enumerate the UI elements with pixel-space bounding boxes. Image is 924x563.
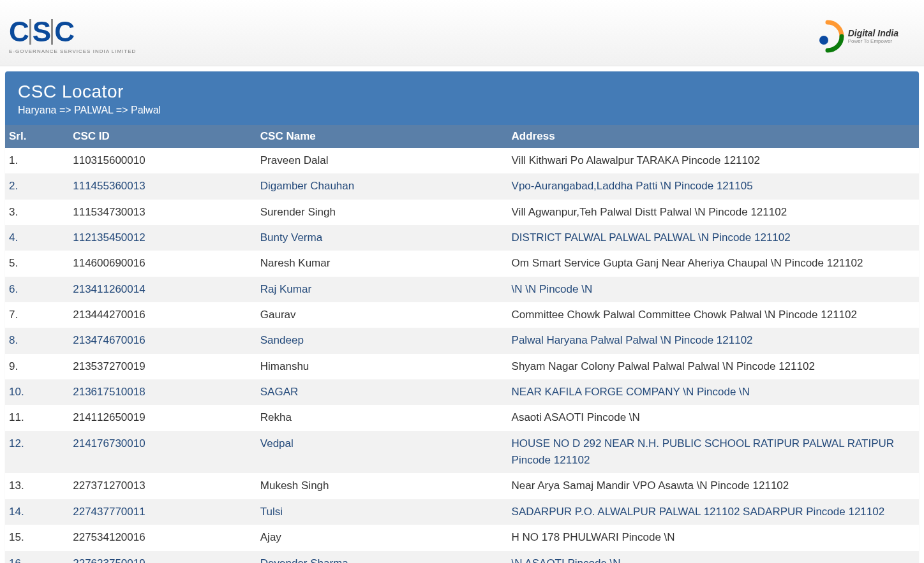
csc-table: Srl. CSC ID CSC Name Address 1.110315600… <box>5 125 919 563</box>
cell-srl: 15. <box>5 525 69 550</box>
cell-csc_id: 227437770011 <box>69 499 257 525</box>
cell-csc_id: 213537270019 <box>69 354 257 379</box>
digital-india-logo: Digital India Power To Empower <box>811 20 898 53</box>
cell-csc_id: 227371270013 <box>69 473 257 499</box>
cell-csc_name: Tulsi <box>257 499 508 525</box>
cell-srl: 12. <box>5 431 69 474</box>
table-row: 15.227534120016AjayH NO 178 PHULWARI Pin… <box>5 525 919 550</box>
cell-csc_id: 213617510018 <box>69 379 257 405</box>
svg-point-0 <box>819 36 828 45</box>
cell-address: Asaoti ASAOTI Pincode \N <box>508 405 919 430</box>
cell-address: Committee Chowk Palwal Committee Chowk P… <box>508 302 919 328</box>
table-row[interactable]: 2.111455360013Digamber ChauhanVpo-Aurang… <box>5 173 919 199</box>
cell-csc_id: 112135450012 <box>69 225 257 251</box>
cell-address: NEAR KAFILA FORGE COMPANY \N Pincode \N <box>508 379 919 405</box>
cell-csc_id: 214112650019 <box>69 405 257 430</box>
cell-srl: 13. <box>5 473 69 499</box>
cell-csc_id: 213474670016 <box>69 328 257 353</box>
top-bar: CSC e-Governance Services India Limited … <box>0 0 924 66</box>
cell-csc_name: SAGAR <box>257 379 508 405</box>
cell-srl: 9. <box>5 354 69 379</box>
cell-csc_name: Raj Kumar <box>257 277 508 302</box>
csc-logo: CSC e-Governance Services India Limited <box>9 18 136 54</box>
cell-address: Palwal Haryana Palwal Palwal \N Pincode … <box>508 328 919 353</box>
cell-address: Om Smart Service Gupta Ganj Near Aheriya… <box>508 251 919 276</box>
cell-csc_name: Naresh Kumar <box>257 251 508 276</box>
page-title: CSC Locator <box>18 82 906 102</box>
cell-srl: 4. <box>5 225 69 251</box>
cell-srl: 8. <box>5 328 69 353</box>
col-srl: Srl. <box>5 125 69 148</box>
cell-csc_name: Rekha <box>257 405 508 430</box>
table-row: 7.213444270016GauravCommittee Chowk Palw… <box>5 302 919 328</box>
digital-india-sub: Power To Empower <box>848 38 898 44</box>
cell-srl: 7. <box>5 302 69 328</box>
table-row[interactable]: 6.213411260014Raj Kumar\N \N Pincode \N <box>5 277 919 302</box>
csc-logo-tagline: e-Governance Services India Limited <box>9 48 136 54</box>
cell-csc_name: Devender Sharma <box>257 551 508 564</box>
digital-india-title: Digital India <box>848 28 898 38</box>
cell-csc_name: Mukesh Singh <box>257 473 508 499</box>
cell-csc_name: Sandeep <box>257 328 508 353</box>
cell-address: Vpo-Aurangabad,Laddha Patti \N Pincode 1… <box>508 173 919 199</box>
cell-srl: 14. <box>5 499 69 525</box>
cell-address: Shyam Nagar Colony Palwal Palwal Palwal … <box>508 354 919 379</box>
cell-csc_name: Gaurav <box>257 302 508 328</box>
tricolor-swirl-icon <box>811 20 844 53</box>
cell-csc_id: 227623750019 <box>69 551 257 564</box>
cell-srl: 6. <box>5 277 69 302</box>
cell-csc_id: 214176730010 <box>69 431 257 474</box>
cell-csc_name: Digamber Chauhan <box>257 173 508 199</box>
table-row[interactable]: 10.213617510018SAGARNEAR KAFILA FORGE CO… <box>5 379 919 405</box>
cell-csc_name: Ajay <box>257 525 508 550</box>
cell-srl: 1. <box>5 148 69 173</box>
table-row: 9.213537270019HimanshuShyam Nagar Colony… <box>5 354 919 379</box>
cell-address: Vill Kithwari Po Alawalpur TARAKA Pincod… <box>508 148 919 173</box>
table-header-row: Srl. CSC ID CSC Name Address <box>5 125 919 148</box>
cell-csc_id: 114600690016 <box>69 251 257 276</box>
table-row[interactable]: 12.214176730010VedpalHOUSE NO D 292 NEAR… <box>5 431 919 474</box>
cell-address: DISTRICT PALWAL PALWAL PALWAL \N Pincode… <box>508 225 919 251</box>
cell-csc_id: 213444270016 <box>69 302 257 328</box>
table-row[interactable]: 4.112135450012Bunty VermaDISTRICT PALWAL… <box>5 225 919 251</box>
cell-csc_id: 111534730013 <box>69 200 257 225</box>
table-row[interactable]: 16.227623750019Devender Sharma\N ASAOTI … <box>5 551 919 564</box>
table-row: 1.110315600010Praveen DalalVill Kithwari… <box>5 148 919 173</box>
cell-address: SADARPUR P.O. ALWALPUR PALWAL 121102 SAD… <box>508 499 919 525</box>
col-name: CSC Name <box>257 125 508 148</box>
cell-csc_name: Himanshu <box>257 354 508 379</box>
table-row: 13.227371270013Mukesh SinghNear Arya Sam… <box>5 473 919 499</box>
cell-address: H NO 178 PHULWARI Pincode \N <box>508 525 919 550</box>
table-row: 11.214112650019RekhaAsaoti ASAOTI Pincod… <box>5 405 919 430</box>
cell-csc_id: 227534120016 <box>69 525 257 550</box>
cell-csc_id: 213411260014 <box>69 277 257 302</box>
cell-csc_id: 110315600010 <box>69 148 257 173</box>
cell-srl: 10. <box>5 379 69 405</box>
locator-panel: CSC Locator Haryana => PALWAL => Palwal … <box>5 71 919 563</box>
cell-address: Vill Agwanpur,Teh Palwal Distt Palwal \N… <box>508 200 919 225</box>
table-row: 5.114600690016Naresh KumarOm Smart Servi… <box>5 251 919 276</box>
table-row[interactable]: 14.227437770011TulsiSADARPUR P.O. ALWALP… <box>5 499 919 525</box>
cell-srl: 2. <box>5 173 69 199</box>
cell-srl: 11. <box>5 405 69 430</box>
cell-srl: 3. <box>5 200 69 225</box>
cell-srl: 5. <box>5 251 69 276</box>
csc-wordmark: CSC <box>9 18 73 46</box>
panel-header: CSC Locator Haryana => PALWAL => Palwal <box>5 71 919 125</box>
col-csc-id: CSC ID <box>69 125 257 148</box>
table-row: 3.111534730013Surender SinghVill Agwanpu… <box>5 200 919 225</box>
cell-address: \N \N Pincode \N <box>508 277 919 302</box>
cell-address: HOUSE NO D 292 NEAR N.H. PUBLIC SCHOOL R… <box>508 431 919 474</box>
breadcrumb: Haryana => PALWAL => Palwal <box>18 105 906 116</box>
cell-csc_name: Bunty Verma <box>257 225 508 251</box>
cell-srl: 16. <box>5 551 69 564</box>
cell-csc_id: 111455360013 <box>69 173 257 199</box>
cell-address: \N ASAOTI Pincode \N <box>508 551 919 564</box>
cell-csc_name: Surender Singh <box>257 200 508 225</box>
cell-address: Near Arya Samaj Mandir VPO Asawta \N Pin… <box>508 473 919 499</box>
col-address: Address <box>508 125 919 148</box>
cell-csc_name: Praveen Dalal <box>257 148 508 173</box>
cell-csc_name: Vedpal <box>257 431 508 474</box>
table-row[interactable]: 8.213474670016SandeepPalwal Haryana Palw… <box>5 328 919 353</box>
